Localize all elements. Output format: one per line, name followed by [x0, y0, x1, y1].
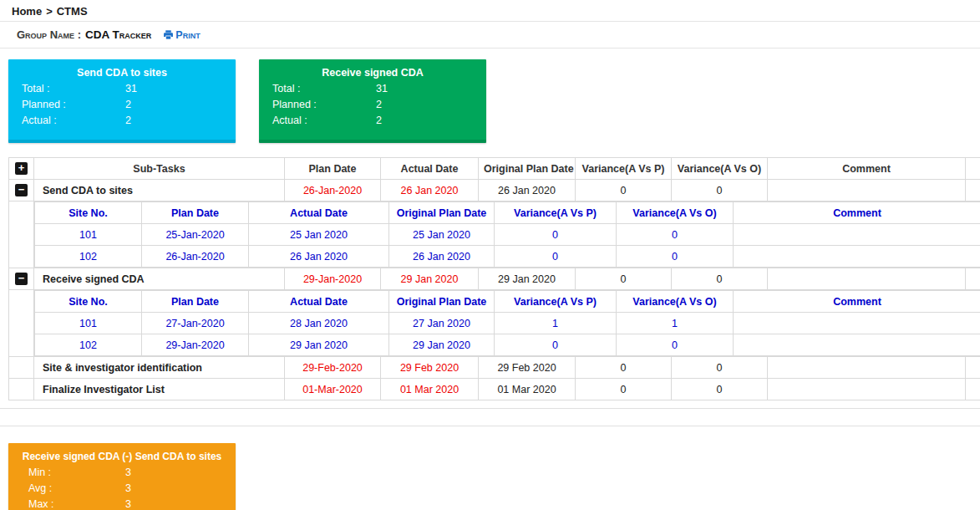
site-no-cell[interactable]: 101 [35, 224, 142, 246]
card-variance-avg-label: Avg : [28, 482, 125, 494]
toggle-cell: − [9, 180, 34, 201]
card-receive-total-value: 31 [376, 83, 388, 94]
task-name: Send CDA to sites [34, 180, 285, 201]
print-label: Print [175, 29, 200, 41]
actual-date-cell: 29 Feb 2020 [381, 357, 479, 379]
site-variance-p-cell: 0 [495, 224, 617, 246]
collapse-row-icon[interactable]: − [15, 273, 28, 285]
col-header-variance-o: Variance(A Vs O) [672, 158, 768, 180]
site-actual-date-cell: 29 Jan 2020 [249, 334, 389, 356]
variance-p-cell: 0 [576, 379, 672, 400]
site-plan-date-cell: 27-Jan-2020 [142, 313, 249, 334]
original-plan-date-cell: 01 Mar 2020 [479, 379, 576, 400]
printer-icon [163, 29, 174, 40]
summary-cards: Send CDA to sites Total :31 Planned :2 A… [0, 59, 980, 143]
indent-cell [9, 290, 34, 357]
site-variance-o-cell: 0 [617, 334, 734, 356]
site-actual-date-cell: 28 Jan 2020 [249, 313, 389, 334]
card-variance-max-value: 3 [125, 498, 131, 510]
group-name-value: CDA Tracker [85, 28, 151, 41]
actual-date-cell: 01 Mar 2020 [381, 379, 479, 400]
card-receive-planned-label: Planned : [272, 99, 376, 110]
card-variance-avg-value: 3 [125, 482, 131, 494]
cda-tracker-table: + Sub-Tasks Plan Date Actual Date Origin… [8, 157, 980, 400]
card-receive-cda-title: Receive signed CDA [259, 59, 486, 79]
site-col-header-actual-date: Actual Date [249, 291, 389, 313]
sites-subtable-row-receive: Site No. Plan Date Actual Date Original … [9, 290, 980, 357]
site-col-header-plan-date: Plan Date [142, 202, 249, 224]
end-cell [966, 357, 980, 379]
col-header-plan-date: Plan Date [285, 158, 381, 180]
section-divider [0, 408, 980, 409]
site-no-cell[interactable]: 102 [35, 334, 142, 356]
site-col-header-original-plan-date: Original Plan Date [389, 202, 495, 224]
task-row-site-investigator: Site & investigator identification 29-Fe… [9, 357, 980, 379]
site-actual-date-cell: 26 Jan 2020 [249, 246, 389, 268]
print-button[interactable]: Print [163, 29, 200, 41]
site-no-cell[interactable]: 101 [35, 313, 142, 334]
expand-all-cell: + [9, 158, 34, 180]
breadcrumb: Home>CTMS [0, 0, 980, 21]
sites-subtable-row-send: Site No. Plan Date Actual Date Original … [9, 201, 980, 268]
toggle-cell [9, 379, 34, 400]
plan-date-cell: 01-Mar-2020 [285, 379, 381, 400]
card-receive-cda: Receive signed CDA Total :31 Planned :2 … [259, 59, 486, 143]
card-receive-planned-value: 2 [376, 99, 382, 110]
site-col-header-variance-o: Variance(A Vs O) [617, 202, 734, 224]
comment-cell [768, 180, 966, 201]
indent-cell [9, 201, 34, 268]
card-receive-actual-value: 2 [376, 115, 382, 126]
card-variance-min-value: 3 [125, 467, 131, 478]
card-send-actual-label: Actual : [22, 115, 125, 126]
variance-o-cell: 0 [672, 268, 768, 290]
task-name: Site & investigator identification [34, 357, 285, 379]
task-name: Finalize Investigator List [34, 379, 285, 400]
col-header-actual-date: Actual Date [381, 158, 479, 180]
site-variance-p-cell: 0 [495, 334, 617, 356]
site-variance-o-cell: 0 [617, 246, 734, 268]
site-no-cell[interactable]: 102 [35, 246, 142, 268]
site-plan-date-cell: 26-Jan-2020 [142, 246, 249, 268]
breadcrumb-home[interactable]: Home [12, 5, 42, 18]
col-header-variance-p: Variance(A Vs P) [576, 158, 672, 180]
site-row: 101 27-Jan-2020 28 Jan 2020 27 Jan 2020 … [35, 313, 980, 334]
col-header-comment: Comment [768, 158, 966, 180]
end-cell [966, 180, 980, 201]
original-plan-date-cell: 29 Jan 2020 [479, 268, 576, 290]
site-original-plan-date-cell: 29 Jan 2020 [389, 334, 495, 356]
variance-o-cell: 0 [672, 379, 768, 400]
task-row-send-cda: − Send CDA to sites 26-Jan-2020 26 Jan 2… [9, 180, 980, 201]
col-header-end [966, 158, 980, 180]
comment-cell [768, 268, 966, 290]
expand-all-icon[interactable]: + [15, 162, 28, 175]
site-col-header-actual-date: Actual Date [249, 202, 389, 224]
card-send-actual-value: 2 [125, 115, 131, 126]
variance-p-cell: 0 [576, 180, 672, 201]
plan-date-cell: 29-Jan-2020 [285, 268, 381, 290]
sites-header-row: Site No. Plan Date Actual Date Original … [35, 202, 980, 224]
sites-table-send: Site No. Plan Date Actual Date Original … [34, 201, 980, 268]
card-send-total-value: 31 [125, 83, 137, 94]
task-row-receive-cda: − Receive signed CDA 29-Jan-2020 29 Jan … [9, 268, 980, 290]
site-variance-o-cell: 0 [617, 224, 734, 246]
card-send-total-label: Total : [22, 83, 125, 94]
site-comment-cell [734, 246, 980, 268]
site-actual-date-cell: 25 Jan 2020 [249, 224, 389, 246]
site-original-plan-date-cell: 26 Jan 2020 [389, 246, 495, 268]
card-send-planned-label: Planned : [22, 99, 125, 110]
sites-table-receive: Site No. Plan Date Actual Date Original … [34, 290, 980, 356]
variance-o-cell: 0 [672, 357, 768, 379]
site-col-header-site-no: Site No. [35, 291, 142, 313]
group-bar: Group Name : CDA Tracker Print [0, 21, 980, 48]
site-col-header-variance-o: Variance(A Vs O) [617, 291, 734, 313]
comment-cell [768, 357, 966, 379]
col-header-original-plan-date: Original Plan Date [479, 158, 576, 180]
site-col-header-original-plan-date: Original Plan Date [389, 291, 495, 313]
variance-o-cell: 0 [672, 180, 768, 201]
card-variance: Receive signed CDA (-) Send CDA to sites… [8, 443, 236, 510]
card-receive-actual-label: Actual : [272, 115, 376, 126]
collapse-row-icon[interactable]: − [15, 184, 28, 196]
task-row-finalize-investigator: Finalize Investigator List 01-Mar-2020 0… [9, 379, 980, 400]
original-plan-date-cell: 26 Jan 2020 [479, 180, 576, 201]
comment-cell [768, 379, 966, 400]
